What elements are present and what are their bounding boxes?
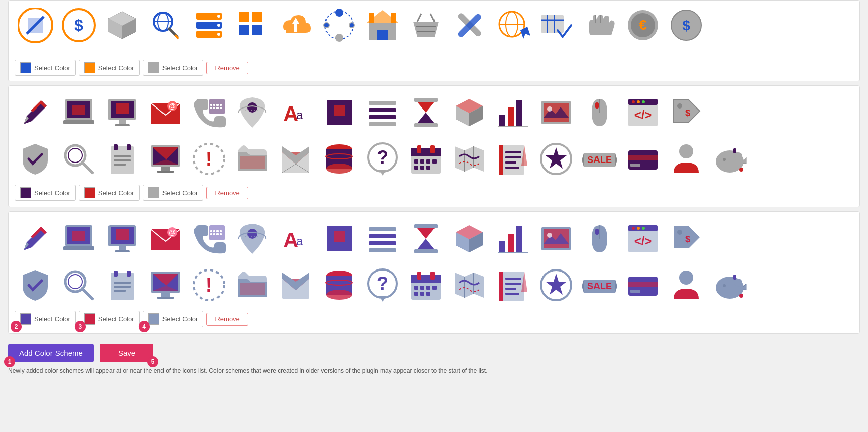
svg-marker-165: [615, 153, 617, 167]
icon-cell: $: [666, 218, 707, 259]
select-color-btn-2-1[interactable]: Select Color: [15, 185, 76, 201]
icons-grid-3-row2: !: [15, 264, 853, 306]
svg-rect-57: [72, 105, 85, 115]
select-color-label-3-3: Select Color: [162, 315, 198, 323]
svg-point-105: [637, 100, 640, 103]
remove-btn-2[interactable]: Remove: [206, 187, 248, 199]
bottom-action-bar: Add Color Scheme 1 Save 5: [0, 338, 868, 365]
svg-rect-124: [157, 171, 174, 173]
svg-text:$: $: [682, 18, 690, 33]
svg-point-236: [68, 275, 82, 289]
svg-rect-31: [377, 30, 388, 40]
color-swatch-2-3: [148, 187, 159, 198]
svg-text:?: ?: [377, 273, 388, 294]
svg-rect-32: [369, 13, 374, 23]
icon-cell: [622, 264, 664, 306]
svg-rect-173: [733, 148, 736, 153]
svg-point-298: [739, 294, 743, 298]
icon-cell: [101, 92, 143, 133]
svg-point-18: [217, 33, 220, 36]
select-color-btn-3-3[interactable]: Select Color: [143, 311, 204, 327]
svg-point-297: [723, 284, 726, 287]
color-bar-2: Select Color Select Color Select Color R…: [15, 185, 853, 201]
icon-cell: [535, 138, 577, 180]
svg-rect-211: [414, 224, 438, 228]
svg-rect-209: [369, 241, 396, 245]
svg-point-76: [247, 102, 257, 113]
svg-point-230: [637, 227, 640, 230]
svg-point-231: [642, 227, 645, 230]
svg-rect-74: [216, 107, 219, 109]
select-color-label-1-2: Select Color: [98, 64, 134, 72]
svg-rect-197: [210, 233, 212, 235]
svg-rect-182: [72, 231, 85, 241]
svg-rect-101: [595, 102, 599, 109]
svg-rect-200: [220, 233, 222, 235]
svg-rect-33: [391, 13, 396, 23]
svg-rect-186: [116, 229, 129, 240]
icon-cell: [58, 218, 99, 259]
icon-cell: [405, 5, 447, 46]
svg-rect-22: [252, 25, 262, 35]
icon-cell: [535, 5, 577, 46]
icon-cell: A a: [275, 92, 316, 133]
select-color-btn-1-2[interactable]: Select Color: [79, 60, 140, 76]
svg-rect-83: [369, 108, 396, 112]
select-color-btn-2-2[interactable]: Select Color: [79, 185, 140, 201]
icon-cell: [275, 138, 316, 180]
select-color-btn-2-3[interactable]: Select Color: [143, 185, 204, 201]
add-color-scheme-button[interactable]: Add Color Scheme: [8, 344, 94, 362]
svg-rect-62: [119, 120, 126, 124]
svg-rect-92: [499, 115, 505, 126]
icon-cell: [666, 264, 707, 306]
svg-rect-149: [420, 166, 424, 170]
svg-text:SALE: SALE: [587, 155, 612, 165]
remove-btn-1[interactable]: Remove: [206, 62, 248, 74]
color-swatch-3-2: [84, 313, 95, 325]
color-swatch-2-2: [84, 187, 95, 198]
select-color-label-2-1: Select Color: [34, 189, 70, 197]
svg-rect-219: [516, 226, 522, 252]
select-color-btn-3-1[interactable]: Select Color: [15, 311, 76, 327]
svg-point-172: [734, 152, 742, 160]
svg-point-28: [349, 23, 354, 28]
svg-rect-123: [161, 167, 170, 171]
svg-rect-192: [209, 225, 225, 240]
select-color-btn-1-3[interactable]: Select Color: [143, 60, 204, 76]
icon-cell: [188, 5, 230, 46]
icon-cell: SALE: [579, 264, 620, 306]
select-color-label-2-3: Select Color: [162, 189, 198, 197]
svg-rect-115: [127, 144, 131, 150]
icon-cell: [579, 218, 620, 259]
svg-rect-19: [239, 12, 249, 22]
svg-rect-147: [432, 159, 437, 164]
color-swatch-1-3: [148, 62, 159, 73]
icon-cell: [145, 138, 186, 180]
svg-rect-291: [628, 282, 658, 287]
svg-point-25: [335, 9, 343, 17]
svg-rect-169: [630, 164, 640, 167]
icon-cell: [15, 264, 56, 306]
svg-rect-63: [115, 124, 130, 126]
icon-cell: [232, 5, 273, 46]
svg-point-106: [642, 100, 645, 103]
icon-cell: !: [188, 138, 230, 180]
select-color-btn-3-2[interactable]: Select Color: [79, 311, 140, 327]
icon-cell: SALE: [579, 138, 620, 180]
icon-cell: [492, 264, 533, 306]
icon-cell: [318, 218, 360, 259]
svg-rect-168: [628, 155, 658, 160]
icon-cell: $: [666, 92, 707, 133]
svg-rect-268: [420, 286, 424, 290]
save-button[interactable]: Save: [100, 344, 153, 362]
select-color-btn-1-1[interactable]: Select Color: [15, 60, 76, 76]
remove-btn-3[interactable]: Remove: [206, 313, 248, 326]
svg-rect-241: [114, 282, 131, 284]
icons-grid-2-row2: !: [15, 138, 853, 180]
svg-point-229: [632, 227, 635, 230]
icon-cell: [58, 92, 99, 133]
svg-rect-226: [595, 229, 599, 235]
svg-marker-274: [455, 273, 484, 298]
icon-cell: [15, 92, 56, 133]
svg-marker-151: [455, 146, 484, 172]
